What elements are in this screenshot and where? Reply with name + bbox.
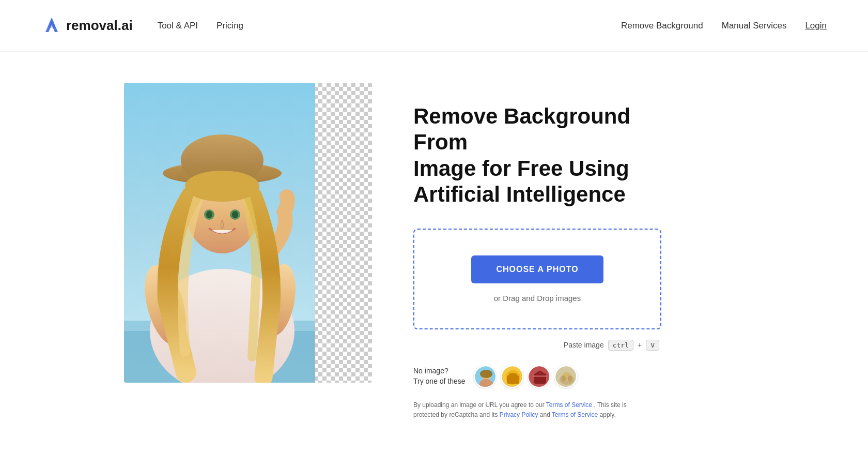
sample-thumb-4[interactable] [554, 365, 577, 388]
logo[interactable]: removal.ai [41, 16, 133, 36]
hero-image-container [124, 83, 372, 383]
paste-row: Paste image ctrl + V [413, 340, 661, 351]
sample-thumb-3[interactable] [528, 365, 550, 388]
sample-images [474, 365, 577, 388]
legal-text: By uploading an image or URL you agree t… [413, 400, 651, 420]
svg-point-14 [206, 211, 212, 218]
logo-icon [41, 16, 62, 36]
nav-left: Tool & API Pricing [158, 21, 243, 31]
kbd-v: V [646, 340, 659, 351]
drop-zone[interactable]: CHOOSE A PHOTO or Drag and Drop images [413, 229, 661, 329]
svg-point-31 [568, 375, 572, 382]
header: removal.ai Tool & API Pricing Remove Bac… [0, 0, 868, 52]
header-left: removal.ai Tool & API Pricing [41, 16, 243, 36]
nav-remove-background[interactable]: Remove Background [621, 21, 703, 31]
svg-rect-26 [533, 375, 547, 377]
svg-rect-23 [509, 373, 517, 376]
svg-rect-22 [507, 375, 519, 384]
tos-link-1[interactable]: Terms of Service [546, 401, 592, 409]
right-content: Remove Background From Image for Free Us… [413, 83, 661, 420]
nav-pricing[interactable]: Pricing [216, 21, 243, 31]
svg-point-11 [185, 171, 259, 202]
drag-drop-text: or Drag and Drop images [430, 294, 645, 303]
plus-sign: + [638, 341, 642, 349]
nav-tool-api[interactable]: Tool & API [158, 21, 198, 31]
header-right: Remove Background Manual Services Login [621, 21, 827, 31]
svg-point-19 [480, 370, 492, 378]
nav-login[interactable]: Login [805, 21, 827, 31]
kbd-ctrl: ctrl [608, 340, 633, 351]
hero-person-svg [124, 83, 315, 383]
sample-row: No image? Try one of these [413, 365, 661, 388]
sample-thumb-1[interactable] [474, 365, 497, 388]
svg-point-30 [562, 375, 566, 382]
paste-label: Paste image [564, 341, 604, 349]
hero-title: Remove Background From Image for Free Us… [413, 103, 661, 208]
sample-label: No image? Try one of these [413, 366, 466, 386]
tos-link-2[interactable]: Terms of Service [552, 411, 598, 418]
hero-image-wrapper [124, 83, 372, 383]
svg-rect-25 [534, 373, 546, 384]
nav-manual-services[interactable]: Manual Services [722, 21, 787, 31]
main-content: Remove Background From Image for Free Us… [0, 52, 868, 441]
sample-thumb-2[interactable] [501, 365, 523, 388]
svg-point-15 [232, 211, 238, 218]
logo-text: removal.ai [66, 18, 133, 34]
choose-photo-button[interactable]: CHOOSE A PHOTO [471, 255, 603, 283]
privacy-link[interactable]: Privacy Policy [500, 411, 538, 418]
